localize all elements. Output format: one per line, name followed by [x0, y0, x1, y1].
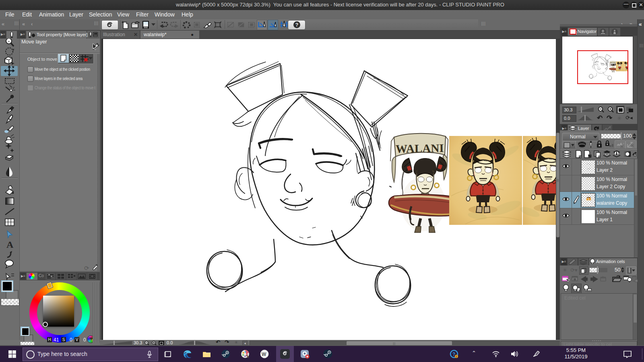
svg-text:!: ! [456, 355, 457, 358]
svg-text:W: W [262, 352, 266, 357]
svg-text:A: A [6, 239, 14, 250]
svg-text:WALANI: WALANI [396, 142, 444, 155]
